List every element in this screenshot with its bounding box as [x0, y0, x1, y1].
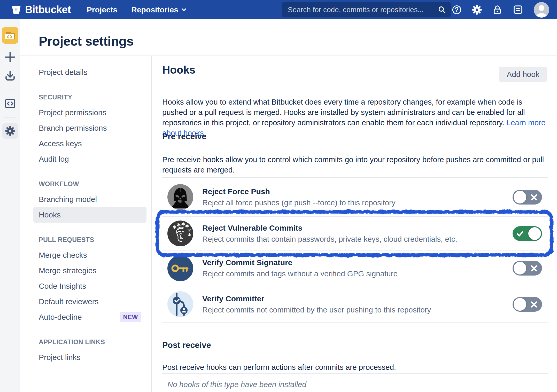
toggle-x-icon: [530, 301, 538, 308]
sidebar-item-project-links[interactable]: Project links: [33, 350, 146, 365]
key-icon: [167, 255, 193, 281]
sidebar-item-branch-permissions[interactable]: Branch permissions: [33, 120, 146, 136]
face-with-stars-icon: [167, 221, 193, 246]
add-hook-button[interactable]: Add hook: [499, 67, 547, 82]
page-header: Project settings: [20, 19, 557, 56]
clone-download-icon[interactable]: [4, 70, 16, 82]
rail-divider: [4, 90, 16, 90]
user-avatar[interactable]: [533, 2, 550, 18]
sidebar-item-hooks[interactable]: Hooks: [33, 207, 146, 223]
hook-toggle-verify-commit-signature[interactable]: [513, 261, 542, 276]
toggle-knob: [528, 227, 541, 240]
hook-text: Reject Vulnerable Commits Reject commits…: [202, 224, 457, 244]
sidebar-item-access-keys[interactable]: Access keys: [33, 136, 146, 151]
hooks-intro-text: Hooks allow you to extend what Bitbucket…: [162, 98, 525, 127]
hook-row-reject-vulnerable-commits: Reject Vulnerable Commits Reject commits…: [162, 217, 548, 250]
nav-repositories[interactable]: Repositories: [131, 5, 187, 14]
hook-description: Reject commits that contain passwords, p…: [202, 235, 457, 244]
sidebar-item-code-insights[interactable]: Code Insights: [33, 278, 146, 294]
search-input[interactable]: [287, 5, 438, 14]
hook-title: Verify Committer: [202, 294, 431, 303]
hook-text: Reject Force Push Reject all force pushe…: [202, 187, 396, 207]
lock-icon[interactable]: [492, 4, 503, 15]
toggle-knob: [514, 298, 526, 311]
hook-row-verify-committer: Verify Committer Reject commits not comm…: [162, 286, 548, 323]
darth-vader-icon: [167, 184, 193, 210]
settings-gear-icon[interactable]: [2, 123, 18, 139]
code-browse-icon[interactable]: [4, 98, 16, 109]
bitbucket-logo[interactable]: Bitbucket: [11, 4, 71, 15]
hook-title: Reject Vulnerable Commits: [202, 224, 457, 232]
top-nav-links: Projects Repositories: [87, 5, 187, 14]
sidebar-item-auto-decline[interactable]: Auto-decline NEW: [33, 309, 146, 325]
sidebar-section-pull-requests: PULL REQUESTS: [39, 232, 151, 247]
hook-title: Verify Commit Signature: [202, 258, 398, 267]
sidebar-section-application-links: APPLICATION LINKS: [39, 334, 151, 350]
create-plus-icon[interactable]: [4, 51, 16, 63]
hook-description: Reject all force pushes (git push --forc…: [202, 198, 396, 207]
search-icon[interactable]: [438, 6, 446, 14]
settings-side-nav: Project details SECURITY Project permiss…: [20, 56, 152, 392]
toggle-check-icon: [516, 230, 524, 237]
sidebar-item-audit-log[interactable]: Audit log: [33, 151, 146, 167]
new-badge: NEW: [120, 312, 142, 322]
sidebar-item-default-reviewers[interactable]: Default reviewers: [33, 294, 146, 309]
rail-divider: [4, 117, 16, 117]
sidebar-item-merge-strategies[interactable]: Merge strategies: [33, 263, 146, 278]
nav-projects[interactable]: Projects: [87, 5, 117, 14]
app-rail: [0, 19, 20, 392]
gear-icon[interactable]: [471, 4, 482, 15]
hooks-settings-panel: Hooks Add hook Hooks allow you to extend…: [162, 56, 548, 392]
sidebar-item-merge-checks[interactable]: Merge checks: [33, 247, 146, 263]
hook-description: Reject commits and tags without a verifi…: [202, 269, 398, 278]
hook-description: Reject commits not committed by the user…: [202, 305, 431, 314]
hooks-heading: Hooks: [162, 64, 195, 76]
sidebar-item-project-details[interactable]: Project details: [33, 65, 146, 80]
global-search: [282, 2, 451, 17]
hook-text: Verify Committer Reject commits not comm…: [202, 294, 431, 314]
gear-glyph: [5, 126, 16, 136]
top-navigation-bar: Bitbucket Projects Repositories: [0, 0, 557, 19]
bitbucket-bucket-icon: [11, 5, 21, 14]
brand-name: Bitbucket: [25, 4, 71, 15]
hook-toggle-verify-committer[interactable]: [513, 297, 542, 312]
sidebar-item-branching-model[interactable]: Branching model: [33, 192, 146, 207]
toggle-knob: [514, 191, 526, 203]
page-title: Project settings: [39, 34, 134, 49]
chevron-down-icon: [181, 8, 187, 12]
hook-row-reject-force-push: Reject Force Push Reject all force pushe…: [162, 178, 548, 217]
post-receive-description: Post receive hooks can perform actions a…: [162, 362, 548, 372]
sidebar-section-security: SECURITY: [39, 89, 151, 105]
post-receive-divider: [162, 373, 548, 374]
sidebar-section-workflow: WORKFLOW: [39, 176, 151, 192]
project-avatar-tile[interactable]: [2, 27, 18, 44]
hook-toggle-reject-vulnerable-commits[interactable]: [513, 226, 542, 241]
pre-receive-heading: Pre receive: [162, 132, 206, 141]
topbar-icon-group: [452, 0, 550, 19]
help-icon[interactable]: [452, 5, 462, 15]
hook-toggle-reject-force-push[interactable]: [513, 190, 542, 205]
pre-receive-description: Pre receive hooks allow you to control w…: [162, 154, 548, 175]
toggle-knob: [514, 262, 526, 275]
feedback-icon[interactable]: [512, 4, 524, 15]
pre-receive-hook-list: Reject Force Push Reject all force pushe…: [162, 177, 548, 323]
committer-graph-icon: [167, 291, 193, 317]
toggle-x-icon: [530, 265, 538, 272]
hook-title: Reject Force Push: [202, 187, 396, 196]
post-receive-empty-message: No hooks of this type have been installe…: [167, 380, 306, 389]
sidebar-item-project-permissions[interactable]: Project permissions: [33, 105, 146, 120]
hook-row-verify-commit-signature: Verify Commit Signature Reject commits a…: [162, 250, 548, 286]
post-receive-heading: Post receive: [162, 340, 211, 350]
hook-text: Verify Commit Signature Reject commits a…: [202, 258, 398, 278]
toggle-x-icon: [530, 194, 538, 201]
hooks-intro: Hooks allow you to extend what Bitbucket…: [162, 97, 548, 138]
